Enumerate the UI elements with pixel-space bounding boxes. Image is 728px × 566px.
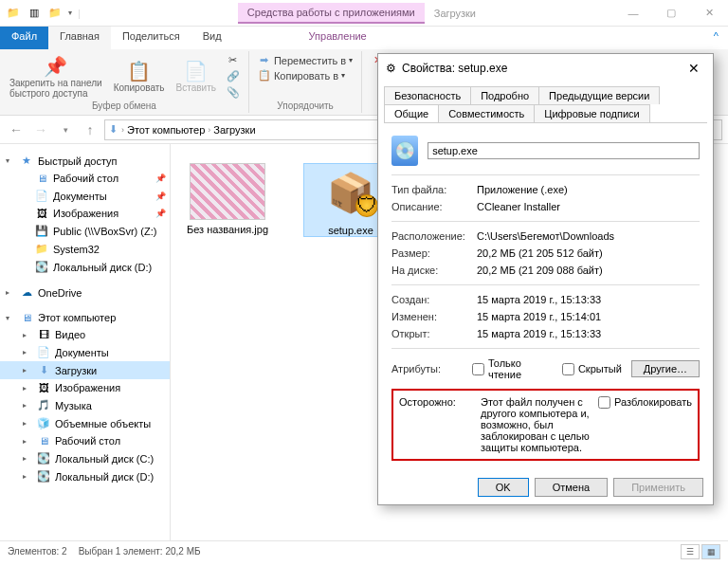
tree-quick-access[interactable]: ▾★Быстрый доступ <box>0 152 170 170</box>
copyto-button[interactable]: 📋Копировать в▾ <box>255 68 355 82</box>
filename-input[interactable] <box>428 142 700 159</box>
tree-docs2[interactable]: ▸📄Документы <box>0 343 170 361</box>
ribbon-collapse-icon[interactable]: ^ <box>704 27 728 49</box>
file-name: Без названия.jpg <box>187 224 268 235</box>
tab-share[interactable]: Поделиться <box>111 27 191 49</box>
tree-system32[interactable]: 📁System32 <box>0 240 170 258</box>
tab-security[interactable]: Безопасность <box>384 86 471 104</box>
moveto-button[interactable]: ➡Переместить в▾ <box>255 53 355 67</box>
dialog-close-button[interactable]: ✕ <box>682 61 705 76</box>
item-count: Элементов: 2 <box>8 546 67 557</box>
file-item-image[interactable]: Без названия.jpg <box>180 163 275 235</box>
tree-this-pc[interactable]: ▾🖥Этот компьютер <box>0 309 170 326</box>
warning-label: Осторожно: <box>399 396 475 453</box>
navigation-tree: ▾★Быстрый доступ 🖥Рабочий стол📌 📄Докумен… <box>0 144 171 540</box>
description-value: CCleaner Installer <box>477 201 700 212</box>
folder-icon: 📁 <box>6 6 21 21</box>
paste-shortcut-button[interactable]: 📎 <box>224 85 243 100</box>
dialog-tabs: Безопасность Подробно Предыдущие версии … <box>378 82 713 122</box>
copy-path-button[interactable]: 🔗 <box>224 69 243 83</box>
filetype-value: Приложение (.exe) <box>477 184 700 195</box>
tab-details[interactable]: Подробно <box>470 86 539 104</box>
file-name: setup.exe <box>328 225 373 236</box>
dialog-body: 💿 Тип файла:Приложение (.exe) Описание:C… <box>384 122 707 470</box>
image-thumbnail <box>190 163 265 220</box>
tab-home[interactable]: Главная <box>48 27 111 49</box>
modified-value: 15 марта 2019 г., 15:14:01 <box>477 311 700 322</box>
tab-compat[interactable]: Совместимость <box>438 104 535 122</box>
created-value: 15 марта 2019 г., 15:13:33 <box>477 294 700 305</box>
qat-dropdown-icon[interactable]: ▾ <box>68 9 72 17</box>
crumb-folder[interactable]: Загрузки <box>213 124 255 136</box>
disc-icon: 💿 <box>391 136 418 166</box>
contextual-tab-label: Средства работы с приложениями <box>238 3 425 24</box>
close-button[interactable]: ✕ <box>690 0 728 27</box>
copy-button[interactable]: 📋Копировать <box>110 60 169 93</box>
maximize-button[interactable]: ▢ <box>652 0 690 27</box>
cancel-button[interactable]: Отмена <box>535 478 608 497</box>
properties-icon[interactable]: ▥ <box>27 6 42 21</box>
tab-file[interactable]: Файл <box>0 27 48 49</box>
selection-info: Выбран 1 элемент: 20,2 МБ <box>79 546 201 557</box>
forward-button[interactable]: → <box>30 119 51 140</box>
tree-desk2[interactable]: ▸🖥Рабочий стол <box>0 432 170 449</box>
opened-value: 15 марта 2019 г., 15:13:33 <box>477 328 700 339</box>
window-title: Загрузки <box>434 8 476 19</box>
dialog-titlebar[interactable]: ⚙ Свойства: setup.exe ✕ <box>378 54 713 82</box>
tree-disk-c[interactable]: ▸💽Локальный диск (C:) <box>0 449 170 467</box>
organize-group-label: Упорядочить <box>255 100 355 111</box>
other-attrs-button[interactable]: Другие… <box>631 360 700 377</box>
security-warning-box: Осторожно: Этот файл получен с другого к… <box>391 389 700 461</box>
tree-public[interactable]: 💾Public (\\VBoxSvr) (Z:) <box>0 222 170 240</box>
pin-button[interactable]: 📌Закрепить на панели быстрого доступа <box>6 55 106 99</box>
clipboard-group-label: Буфер обмена <box>6 100 243 111</box>
back-button[interactable]: ← <box>6 119 27 140</box>
readonly-checkbox[interactable]: Только чтение <box>472 357 553 380</box>
titlebar: 📁 ▥ 📁 ▾ | Средства работы с приложениями… <box>0 0 728 27</box>
tab-manage[interactable]: Управление <box>298 27 378 49</box>
ribbon-tabs: Файл Главная Поделиться Вид Управление ^ <box>0 27 728 49</box>
tab-general[interactable]: Общие <box>384 104 439 122</box>
tab-previous[interactable]: Предыдущие версии <box>538 86 660 104</box>
download-icon: ⬇ <box>109 123 118 136</box>
tree-pics2[interactable]: ▸🖼Изображения <box>0 379 170 396</box>
location-value: C:\Users\Бегемот\Downloads <box>477 230 700 242</box>
ok-button[interactable]: OK <box>478 478 529 497</box>
tab-view[interactable]: Вид <box>191 27 233 49</box>
tree-documents[interactable]: 📄Документы📌 <box>0 187 170 205</box>
size-value: 20,2 МБ (21 205 512 байт) <box>477 247 700 259</box>
unblock-checkbox[interactable]: Разблокировать <box>598 396 692 453</box>
apply-button[interactable]: Применить <box>613 478 703 497</box>
status-bar: Элементов: 2 Выбран 1 элемент: 20,2 МБ ☰… <box>0 540 728 561</box>
tree-local-d[interactable]: 💽Локальный диск (D:) <box>0 258 170 276</box>
folder-open-icon[interactable]: 📁 <box>47 6 63 21</box>
icons-view-button[interactable]: ▦ <box>701 544 720 559</box>
tree-desktop[interactable]: 🖥Рабочий стол📌 <box>0 170 170 187</box>
tree-downloads[interactable]: ▸⬇Загрузки <box>0 361 170 379</box>
app-small-icon: ⚙ <box>386 62 396 75</box>
tree-onedrive[interactable]: ▸☁OneDrive <box>0 283 170 301</box>
up-button[interactable]: ↑ <box>80 119 100 140</box>
recent-button[interactable]: ▾ <box>55 119 76 140</box>
tree-3d-objects[interactable]: ▸🧊Объемные объекты <box>0 414 170 432</box>
paste-button[interactable]: 📄Вставить <box>173 60 220 93</box>
tree-videos[interactable]: ▸🎞Видео <box>0 326 170 343</box>
tab-signatures[interactable]: Цифровые подписи <box>534 104 650 122</box>
dialog-title: Свойства: setup.exe <box>402 62 507 75</box>
details-view-button[interactable]: ☰ <box>681 544 700 559</box>
hidden-checkbox[interactable]: Скрытый <box>562 363 622 375</box>
disk-size-value: 20,2 МБ (21 209 088 байт) <box>477 265 700 276</box>
cut-button[interactable]: ✂ <box>224 53 243 67</box>
warning-text: Этот файл получен с другого компьютера и… <box>481 396 592 453</box>
tree-music[interactable]: ▸🎵Музыка <box>0 396 170 414</box>
properties-dialog: ⚙ Свойства: setup.exe ✕ Безопасность Под… <box>377 53 714 505</box>
tree-disk-d[interactable]: ▸💽Локальный диск (D:) <box>0 467 170 485</box>
crumb-root[interactable]: Этот компьютер <box>127 124 205 136</box>
tree-pictures[interactable]: 🖼Изображения📌 <box>0 205 170 222</box>
minimize-button[interactable]: — <box>614 0 652 27</box>
dialog-buttons: OK Отмена Применить <box>378 470 713 504</box>
